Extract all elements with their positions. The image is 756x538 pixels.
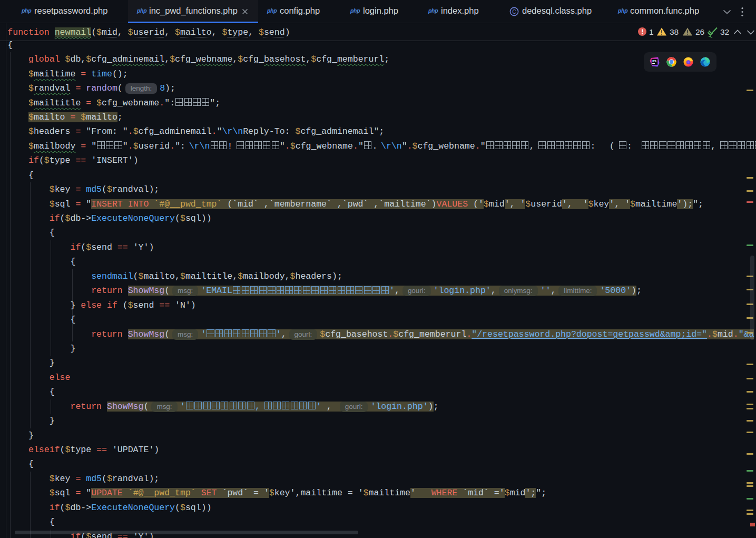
svg-text:C: C (512, 8, 516, 15)
svg-text:PS: PS (652, 60, 656, 63)
